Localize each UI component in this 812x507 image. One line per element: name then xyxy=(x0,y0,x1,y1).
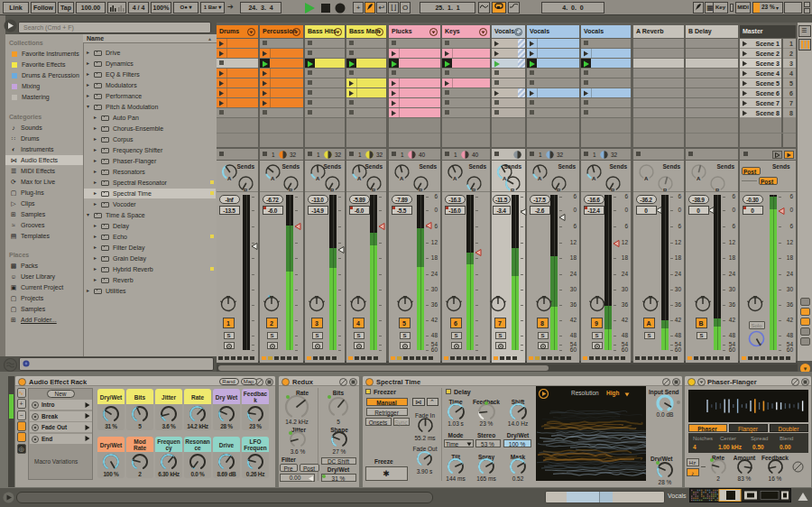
svg-text:▾: ▾ xyxy=(804,365,807,372)
